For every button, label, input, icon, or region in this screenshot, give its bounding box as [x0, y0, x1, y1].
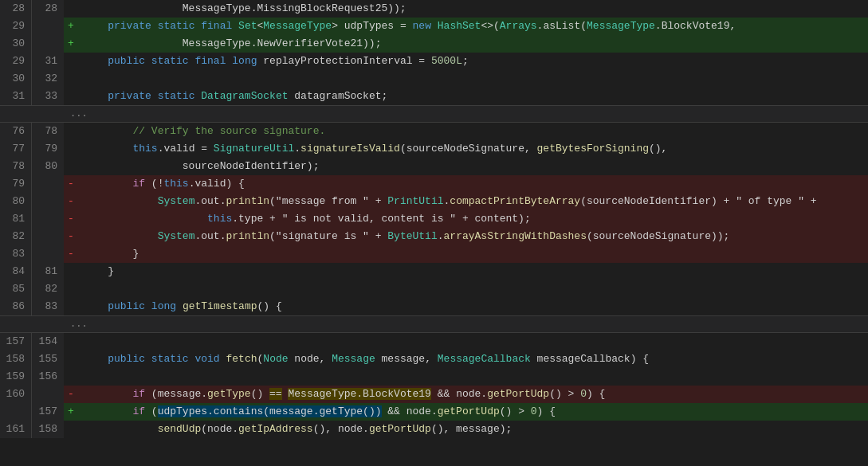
table-row: 30+ MessageType.NewVerifierVote21));: [0, 35, 868, 53]
line-num-old: 158: [0, 350, 32, 368]
line-num-old: 30: [0, 35, 32, 53]
table-row: 157154: [0, 333, 868, 350]
line-num-new: 32: [32, 70, 64, 88]
line-num-old: 28: [0, 0, 32, 18]
line-num-new: 82: [32, 280, 64, 298]
line-num-old: 85: [0, 280, 32, 298]
divider-dots-1: ...: [64, 108, 88, 119]
line-num-old: 84: [0, 263, 32, 280]
diff-marker: -: [64, 175, 78, 193]
code-content: [78, 70, 868, 88]
line-num-old: 157: [0, 333, 32, 350]
code-content: [78, 333, 868, 350]
code-content: }: [78, 245, 868, 263]
diff-marker: +: [64, 403, 78, 421]
code-content: // Verify the source signature.: [78, 123, 868, 140]
table-row: 79- if (!this.valid) {: [0, 175, 868, 193]
line-num-old: 80: [0, 193, 32, 210]
line-num-old: 159: [0, 368, 32, 386]
line-num-old: 30: [0, 70, 32, 88]
line-num-new: 31: [32, 53, 64, 70]
line-num-new: 80: [32, 158, 64, 175]
code-content: [78, 280, 868, 298]
table-row: 8582: [0, 280, 868, 298]
line-num-new: [32, 35, 64, 53]
divider-2: ...: [0, 315, 868, 333]
diff-marker: [64, 0, 78, 18]
code-content: this.valid = SignatureUtil.signatureIsVa…: [78, 140, 868, 158]
line-num-new: 28: [32, 0, 64, 18]
line-num-old: 83: [0, 245, 32, 263]
line-num-new: [32, 18, 64, 35]
line-num-old: 29: [0, 18, 32, 35]
table-row: 159156: [0, 368, 868, 386]
table-row: 161158 sendUdp(node.getIpAddress(), node…: [0, 421, 868, 438]
table-row: 8683 public long getTimestamp() {: [0, 298, 868, 315]
table-row: 7678 // Verify the source signature.: [0, 123, 868, 140]
table-row: 80- System.out.println("message from " +…: [0, 193, 868, 210]
code-diff-view: 2828 MessageType.MissingBlockRequest25))…: [0, 0, 868, 466]
line-num-new: [32, 175, 64, 193]
diff-marker: [64, 140, 78, 158]
divider-dots-2: ...: [64, 319, 88, 330]
table-row: 157+ if (udpTypes.contains(message.getTy…: [0, 403, 868, 421]
diff-marker: -: [64, 228, 78, 245]
diff-marker: [64, 123, 78, 140]
diff-marker: -: [64, 193, 78, 210]
line-num-new: [32, 386, 64, 403]
line-num-new: [32, 210, 64, 228]
table-row: 160- if (message.getType() == MessageTyp…: [0, 386, 868, 403]
code-content: public static void fetch(Node node, Mess…: [78, 350, 868, 368]
code-content: sourceNodeIdentifier);: [78, 158, 868, 175]
diff-marker: [64, 298, 78, 315]
line-num-new: [32, 193, 64, 210]
diff-marker: [64, 421, 78, 438]
line-num-old: [0, 403, 32, 421]
line-num-old: 161: [0, 421, 32, 438]
diff-marker: [64, 350, 78, 368]
code-content: System.out.println("message from " + Pri…: [78, 193, 868, 210]
code-block-2: 7678 // Verify the source signature.7779…: [0, 123, 868, 315]
table-row: 7880 sourceNodeIdentifier);: [0, 158, 868, 175]
line-num-old: 29: [0, 53, 32, 70]
diff-marker: -: [64, 210, 78, 228]
line-num-new: 78: [32, 123, 64, 140]
line-num-new: 33: [32, 88, 64, 105]
diff-marker: +: [64, 35, 78, 53]
code-content: public long getTimestamp() {: [78, 298, 868, 315]
line-num-new: [32, 245, 64, 263]
table-row: 3133 private static DatagramSocket datag…: [0, 88, 868, 105]
line-num-new: [32, 228, 64, 245]
diff-marker: +: [64, 18, 78, 35]
diff-marker: [64, 88, 78, 105]
diff-marker: -: [64, 245, 78, 263]
diff-marker: [64, 53, 78, 70]
line-num-old: 78: [0, 158, 32, 175]
table-row: 3032: [0, 70, 868, 88]
diff-marker: [64, 368, 78, 386]
code-block-1: 2828 MessageType.MissingBlockRequest25))…: [0, 0, 868, 105]
code-content: if (!this.valid) {: [78, 175, 868, 193]
table-row: 81- this.type + " is not valid, content …: [0, 210, 868, 228]
line-num-new: 158: [32, 421, 64, 438]
line-num-old: 76: [0, 123, 32, 140]
line-num-new: 81: [32, 263, 64, 280]
code-content: }: [78, 263, 868, 280]
divider-1: ...: [0, 105, 868, 123]
table-row: 83- }: [0, 245, 868, 263]
table-row: 82- System.out.println("signature is " +…: [0, 228, 868, 245]
code-block-3: 157154 158155 public static void fetch(N…: [0, 333, 868, 438]
table-row: 29+ private static final Set<MessageType…: [0, 18, 868, 35]
line-num-new: 156: [32, 368, 64, 386]
code-content: MessageType.MissingBlockRequest25));: [78, 0, 868, 18]
table-row: 8481 }: [0, 263, 868, 280]
line-num-old: 81: [0, 210, 32, 228]
line-num-old: 82: [0, 228, 32, 245]
table-row: 158155 public static void fetch(Node nod…: [0, 350, 868, 368]
diff-marker: [64, 280, 78, 298]
code-content: if (message.getType() == MessageType.Blo…: [78, 386, 868, 403]
diff-marker: [64, 158, 78, 175]
line-num-new: 157: [32, 403, 64, 421]
diff-marker: -: [64, 386, 78, 403]
code-content: private static DatagramSocket datagramSo…: [78, 88, 868, 105]
